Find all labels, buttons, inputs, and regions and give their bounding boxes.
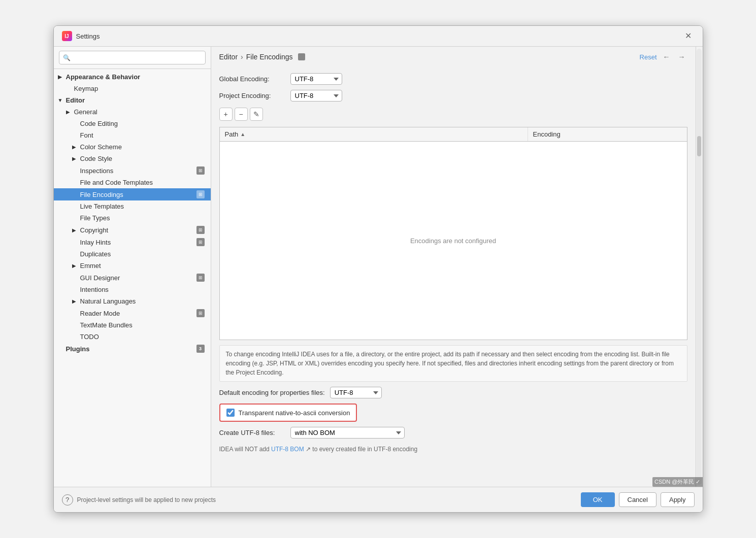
sidebar-item-label: TODO <box>80 333 205 341</box>
watermark: CSDN @外革民 ✓ <box>652 477 702 487</box>
sidebar-item-label: File and Code Templates <box>80 179 205 186</box>
remove-path-button[interactable]: − <box>235 108 248 121</box>
sidebar-item-copyright[interactable]: ▶ Copyright ⊞ <box>54 224 211 236</box>
sidebar-item-editor[interactable]: ▼ Editor <box>54 94 211 106</box>
sidebar-item-gui-designer[interactable]: GUI Designer ⊞ <box>54 272 211 284</box>
sidebar-item-label: Editor <box>66 96 205 104</box>
path-toolbar: + − ✎ <box>219 107 687 122</box>
bottom-bar: ? Project-level settings will be applied… <box>54 487 703 512</box>
search-input[interactable] <box>59 51 206 64</box>
create-utf8-row: Create UTF-8 files: with NO BOM with BOM… <box>219 427 687 439</box>
gui-designer-badge: ⊞ <box>196 274 205 282</box>
edit-path-button[interactable]: ✎ <box>250 108 263 121</box>
sidebar-item-label: Duplicates <box>80 250 205 258</box>
sidebar-item-keymap[interactable]: Keymap <box>54 83 211 94</box>
search-box: 🔍 <box>54 47 211 69</box>
chevron-down-icon: ▼ <box>58 97 64 103</box>
chevron-right-icon: ▶ <box>72 156 78 161</box>
encoding-column-header[interactable]: Encoding <box>528 127 687 141</box>
close-button[interactable]: ✕ <box>682 31 695 41</box>
sidebar-item-appearance[interactable]: ▶ Appearance & Behavior <box>54 71 211 83</box>
breadcrumb-editor: Editor <box>219 53 238 61</box>
sidebar-item-label: Copyright <box>80 226 109 234</box>
sidebar-item-natural-languages[interactable]: ▶ Natural Languages <box>54 295 211 307</box>
right-panel: Editor › File Encodings Reset ← → Global… <box>211 47 696 487</box>
sidebar-item-label: Reader Mode <box>80 310 120 317</box>
sidebar-item-intentions[interactable]: Intentions <box>54 284 211 295</box>
sidebar-item-file-code-templates[interactable]: File and Code Templates <box>54 177 211 188</box>
file-encodings-badge: ⊞ <box>196 190 205 198</box>
encodings-table: Path ▲ Encoding Encodings are not config… <box>219 127 687 340</box>
sidebar-item-textmate-bundles[interactable]: TextMate Bundles <box>54 319 211 331</box>
default-encoding-select[interactable]: UTF-8 ISO-8859-1 <box>330 387 382 398</box>
sidebar-item-file-encodings[interactable]: File Encodings ⊞ <box>54 188 211 200</box>
sidebar-item-plugins[interactable]: Plugins 3 <box>54 343 211 355</box>
ok-button[interactable]: OK <box>581 492 615 507</box>
sidebar-item-general[interactable]: ▶ General <box>54 106 211 118</box>
project-encoding-label: Project Encoding: <box>219 92 285 99</box>
reset-button[interactable]: Reset <box>640 53 657 61</box>
sidebar-item-label: Inspections <box>80 167 114 175</box>
panel-header-right: Reset ← → <box>640 52 687 62</box>
sidebar-item-label: Color Scheme <box>80 143 205 151</box>
apply-button[interactable]: Apply <box>661 492 695 507</box>
scroll-track <box>697 49 702 485</box>
create-utf8-label: Create UTF-8 files: <box>219 429 285 436</box>
sidebar-item-reader-mode[interactable]: Reader Mode ⊞ <box>54 307 211 319</box>
sidebar-item-code-style[interactable]: ▶ Code Style <box>54 153 211 164</box>
project-encoding-row: Project Encoding: UTF-8 ISO-8859-1 UTF-1… <box>219 90 687 102</box>
settings-dialog: IJ Settings ✕ 🔍 ▶ Appearance & Behavior <box>53 25 703 513</box>
inlay-hints-badge: ⊞ <box>196 238 205 246</box>
sidebar-item-label: Font <box>80 131 205 139</box>
cancel-button[interactable]: Cancel <box>619 492 656 507</box>
sort-icon: ▲ <box>240 131 245 137</box>
project-encoding-select[interactable]: UTF-8 ISO-8859-1 UTF-16 <box>290 90 342 102</box>
search-wrapper: 🔍 <box>59 51 206 64</box>
utf8-bom-link[interactable]: UTF-8 BOM <box>271 446 304 453</box>
sidebar-item-label: Natural Languages <box>80 297 205 305</box>
forward-button[interactable]: → <box>676 52 687 62</box>
sidebar-item-color-scheme[interactable]: ▶ Color Scheme <box>54 141 211 153</box>
idea-note: IDEA will NOT add UTF-8 BOM ↗ to every c… <box>219 444 687 455</box>
title-bar-left: IJ Settings <box>62 31 100 41</box>
sidebar-item-font[interactable]: Font <box>54 129 211 141</box>
global-encoding-label: Global Encoding: <box>219 75 285 83</box>
sidebar-item-label: Appearance & Behavior <box>66 73 205 81</box>
sidebar-item-live-templates[interactable]: Live Templates <box>54 200 211 212</box>
create-utf8-select[interactable]: with NO BOM with BOM with BOM if file al… <box>290 427 405 439</box>
add-path-button[interactable]: + <box>219 108 233 121</box>
sidebar-item-duplicates[interactable]: Duplicates <box>54 248 211 260</box>
sidebar-item-label: Emmet <box>80 262 205 270</box>
right-scrollbar <box>696 47 703 487</box>
back-button[interactable]: ← <box>661 52 672 62</box>
sidebar-item-todo[interactable]: TODO <box>54 331 211 343</box>
sidebar-item-label: Intentions <box>80 286 205 293</box>
breadcrumb-separator: › <box>241 53 243 61</box>
sidebar-item-code-editing[interactable]: Code Editing <box>54 118 211 129</box>
breadcrumb: Editor › File Encodings <box>219 53 305 61</box>
sidebar-item-label: Live Templates <box>80 203 205 210</box>
scroll-thumb <box>697 136 701 156</box>
sidebar-item-label: File Types <box>80 214 205 222</box>
sidebar: 🔍 ▶ Appearance & Behavior Keymap ▼ <box>54 47 211 487</box>
transparent-label[interactable]: Transparent native-to-ascii conversion <box>239 409 350 417</box>
sidebar-item-file-types[interactable]: File Types <box>54 212 211 224</box>
bottom-left: ? Project-level settings will be applied… <box>62 494 216 506</box>
inspections-badge: ⊞ <box>196 166 205 175</box>
copyright-badge: ⊞ <box>196 226 205 234</box>
default-encoding-label: Default encoding for properties files: <box>219 389 325 396</box>
sidebar-item-inspections[interactable]: Inspections ⊞ <box>54 164 211 177</box>
default-encoding-row: Default encoding for properties files: U… <box>219 387 687 398</box>
global-encoding-select[interactable]: UTF-8 ISO-8859-1 UTF-16 <box>290 73 342 85</box>
sidebar-item-inlay-hints[interactable]: Inlay Hints ⊞ <box>54 236 211 248</box>
sidebar-item-emmet[interactable]: ▶ Emmet <box>54 260 211 272</box>
path-column-header[interactable]: Path ▲ <box>220 127 528 141</box>
chevron-right-icon: ▶ <box>66 109 72 115</box>
plugins-badge: 3 <box>196 345 205 353</box>
help-button[interactable]: ? <box>62 494 73 506</box>
sidebar-item-label: General <box>74 108 205 116</box>
chevron-right-icon: ▶ <box>72 263 78 268</box>
transparent-checkbox[interactable] <box>226 409 235 417</box>
app-icon: IJ <box>62 31 72 41</box>
chevron-right-icon: ▶ <box>72 144 78 150</box>
